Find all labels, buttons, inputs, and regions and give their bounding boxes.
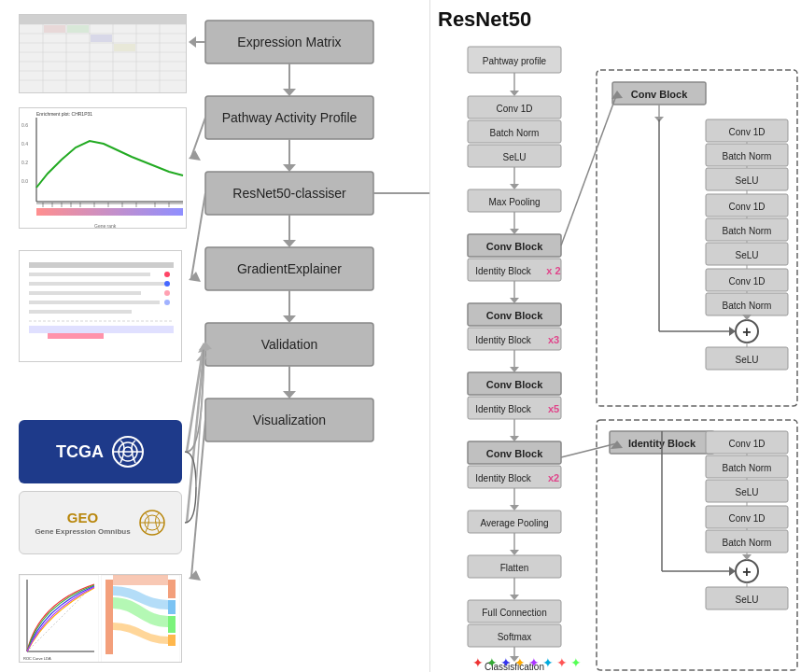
svg-line-83 bbox=[191, 118, 205, 157]
svg-text:0.4: 0.4 bbox=[21, 141, 28, 147]
svg-text:SeLU: SeLU bbox=[735, 250, 758, 260]
svg-line-109 bbox=[196, 344, 205, 487]
svg-text:Batch Norm: Batch Norm bbox=[723, 226, 772, 236]
svg-text:Max Pooling: Max Pooling bbox=[488, 197, 540, 207]
svg-rect-49 bbox=[48, 333, 104, 339]
svg-text:GradientExplainer: GradientExplainer bbox=[237, 261, 342, 276]
expression-matrix-thumbnail: // Generate placeholder cells inline via… bbox=[19, 14, 187, 93]
svg-point-54 bbox=[164, 300, 170, 305]
svg-text:Flatten: Flatten bbox=[500, 563, 529, 573]
report-thumbnail bbox=[19, 250, 182, 362]
svg-point-52 bbox=[164, 281, 170, 287]
svg-text:Conv 1D: Conv 1D bbox=[729, 127, 766, 137]
svg-marker-154 bbox=[510, 505, 519, 511]
svg-rect-48 bbox=[29, 326, 174, 333]
svg-rect-18 bbox=[114, 44, 135, 51]
svg-text:✦: ✦ bbox=[500, 655, 512, 670]
svg-text:Softmax: Softmax bbox=[498, 632, 532, 642]
svg-text:Gene rank: Gene rank bbox=[94, 223, 117, 229]
svg-text:✦: ✦ bbox=[528, 655, 540, 670]
svg-rect-95 bbox=[205, 323, 373, 366]
svg-text:✦: ✦ bbox=[542, 655, 554, 670]
svg-rect-17 bbox=[91, 35, 112, 42]
svg-rect-103 bbox=[205, 399, 373, 441]
svg-rect-14 bbox=[20, 15, 187, 24]
svg-text:x2: x2 bbox=[548, 472, 559, 483]
svg-text:Conv Block: Conv Block bbox=[486, 241, 543, 252]
svg-text:0.0: 0.0 bbox=[21, 178, 28, 184]
svg-text:0.6: 0.6 bbox=[21, 122, 28, 128]
svg-marker-147 bbox=[510, 436, 519, 441]
svg-marker-133 bbox=[510, 298, 519, 303]
svg-text:Conv 1D: Conv 1D bbox=[729, 439, 766, 449]
svg-marker-122 bbox=[510, 184, 519, 189]
svg-rect-38 bbox=[36, 208, 183, 216]
svg-text:x 2: x 2 bbox=[546, 265, 560, 276]
svg-text:✦: ✦ bbox=[570, 655, 582, 670]
svg-text:SeLU: SeLU bbox=[502, 152, 526, 162]
svg-marker-78 bbox=[189, 36, 196, 48]
svg-text:✦: ✦ bbox=[486, 655, 498, 670]
svg-line-237 bbox=[561, 93, 617, 245]
svg-marker-88 bbox=[283, 240, 296, 247]
visualization-thumbnails: ROC Curve LDA bbox=[19, 574, 182, 663]
svg-text:Identity Block: Identity Block bbox=[475, 473, 531, 483]
svg-rect-16 bbox=[67, 25, 89, 33]
svg-text:SeLU: SeLU bbox=[735, 487, 758, 497]
svg-marker-158 bbox=[510, 550, 519, 555]
svg-text:Batch Norm: Batch Norm bbox=[723, 538, 772, 548]
svg-marker-232 bbox=[742, 554, 752, 560]
svg-marker-90 bbox=[189, 272, 201, 282]
svg-text:Expression Matrix: Expression Matrix bbox=[237, 35, 341, 49]
svg-marker-236 bbox=[729, 567, 736, 576]
geo-logo: GEO Gene Expression Omnibus bbox=[19, 491, 182, 554]
svg-text:Identity Block: Identity Block bbox=[475, 335, 531, 345]
svg-rect-72 bbox=[168, 635, 176, 646]
svg-text:Identity Block: Identity Block bbox=[475, 404, 531, 414]
svg-point-51 bbox=[164, 272, 170, 277]
resnet-arch-svg: Pahtway profile Conv 1D Batch Norm SeLU … bbox=[430, 0, 801, 672]
svg-text:Validation: Validation bbox=[261, 337, 317, 352]
svg-text:Full Connection: Full Connection bbox=[482, 608, 546, 618]
svg-line-89 bbox=[191, 193, 205, 278]
svg-text:Batch Norm: Batch Norm bbox=[723, 463, 772, 473]
svg-marker-102 bbox=[196, 352, 207, 361]
svg-marker-114 bbox=[510, 91, 519, 96]
svg-text:Conv 1D: Conv 1D bbox=[729, 276, 766, 287]
svg-text:+: + bbox=[742, 324, 751, 340]
svg-text:+: + bbox=[742, 564, 751, 580]
svg-marker-110 bbox=[199, 342, 212, 350]
svg-marker-126 bbox=[510, 229, 519, 234]
svg-rect-71 bbox=[168, 616, 176, 633]
svg-rect-70 bbox=[168, 600, 176, 614]
svg-text:SeLU: SeLU bbox=[735, 175, 758, 186]
svg-marker-82 bbox=[283, 164, 296, 172]
svg-line-105 bbox=[191, 420, 205, 577]
svg-text:Conv Block: Conv Block bbox=[486, 448, 543, 459]
svg-text:x5: x5 bbox=[548, 403, 559, 414]
svg-text:Batch Norm: Batch Norm bbox=[723, 301, 772, 311]
svg-text:ROC Curve LDA: ROC Curve LDA bbox=[23, 656, 51, 661]
svg-marker-140 bbox=[510, 367, 519, 372]
tcga-logo: TCGA bbox=[19, 420, 182, 483]
enrichment-plot-thumbnail: 0.6 0.4 0.2 0.0 bbox=[19, 107, 187, 229]
svg-text:0.2: 0.2 bbox=[21, 160, 28, 165]
svg-rect-68 bbox=[105, 580, 113, 654]
svg-text:Batch Norm: Batch Norm bbox=[490, 128, 540, 138]
svg-marker-76 bbox=[283, 89, 296, 96]
svg-marker-203 bbox=[742, 315, 752, 320]
svg-marker-84 bbox=[189, 150, 201, 161]
svg-line-101 bbox=[187, 355, 204, 523]
svg-text:Conv 1D: Conv 1D bbox=[729, 202, 766, 212]
svg-line-99 bbox=[187, 345, 204, 452]
svg-marker-162 bbox=[510, 595, 519, 600]
svg-text:Batch Norm: Batch Norm bbox=[723, 151, 772, 161]
svg-text:Conv 1D: Conv 1D bbox=[729, 513, 766, 524]
svg-point-53 bbox=[164, 290, 170, 296]
svg-marker-94 bbox=[283, 315, 296, 323]
svg-marker-98 bbox=[283, 391, 296, 399]
svg-text:Conv 1D: Conv 1D bbox=[497, 104, 533, 114]
svg-marker-106 bbox=[189, 570, 201, 581]
svg-text:Conv Block: Conv Block bbox=[486, 379, 543, 390]
resnet-panel: ResNet50 Pahtway profile Conv 1D Batch N… bbox=[429, 0, 801, 672]
